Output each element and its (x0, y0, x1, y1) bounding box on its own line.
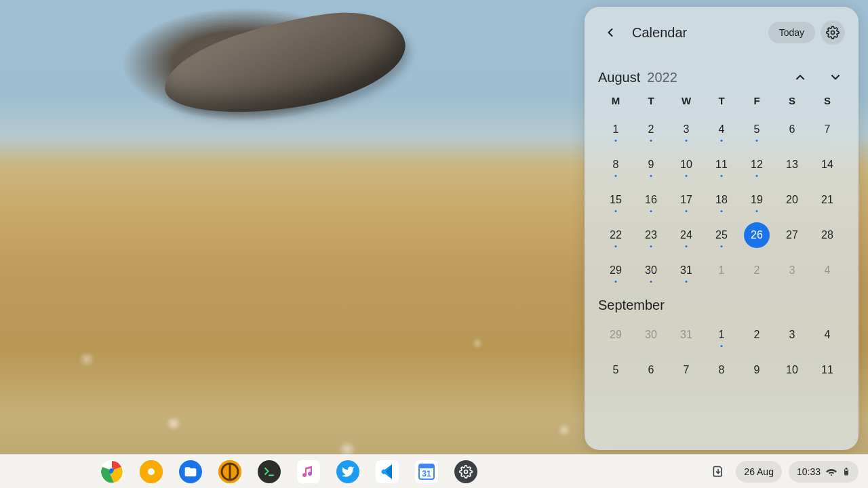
calendar-day[interactable]: 20 (774, 182, 810, 218)
calendar-day[interactable]: 2 (739, 253, 774, 288)
app-chrome[interactable] (100, 460, 123, 483)
day-number: 8 (719, 364, 725, 376)
downloads-tray-button[interactable] (707, 461, 729, 483)
settings-button[interactable] (821, 20, 845, 45)
app-music[interactable] (297, 460, 320, 483)
svg-point-17 (465, 470, 468, 473)
day-number: 17 (680, 194, 692, 206)
tray-date-label: 26 Aug (744, 466, 774, 477)
app-vscode[interactable] (376, 460, 399, 483)
calendar-day[interactable]: 1 (704, 253, 739, 288)
calendar-day[interactable]: 30 (633, 253, 669, 288)
calendar-day[interactable]: 13 (774, 147, 810, 182)
calendar-day[interactable]: 24 (669, 218, 704, 253)
app-google-calendar[interactable]: 31 (415, 460, 438, 483)
calendar-day[interactable]: 31 (669, 253, 704, 288)
shelf-tray: 26 Aug 10:33 (707, 461, 859, 483)
calendar-day[interactable]: 26 (739, 218, 774, 253)
calendar-day[interactable]: 2 (739, 317, 774, 352)
weekday-header: S (774, 95, 810, 106)
day-number: 6 (648, 364, 654, 376)
calendar-day[interactable]: 3 (669, 112, 704, 147)
calendar-day[interactable]: 31 (669, 317, 704, 352)
weekday-header: T (704, 95, 739, 106)
event-dot (721, 175, 723, 177)
calendar-day[interactable]: 6 (774, 112, 810, 147)
settings-icon (459, 465, 473, 479)
calendar-day[interactable]: 2 (633, 112, 669, 147)
calendar-day[interactable]: 16 (633, 182, 669, 218)
calendar-day[interactable]: 27 (774, 218, 810, 253)
shelf-apps: 31 (100, 460, 477, 483)
calendar-day[interactable]: 21 (810, 182, 845, 218)
calendar-day[interactable]: 10 (669, 147, 704, 182)
day-number: 7 (825, 123, 831, 136)
day-number: 28 (821, 229, 833, 241)
calendar-day[interactable]: 25 (704, 218, 739, 253)
back-button[interactable] (598, 20, 623, 45)
month-year: 2022 (647, 70, 677, 85)
calendar-day[interactable]: 7 (669, 352, 704, 388)
day-number: 13 (786, 159, 798, 171)
chevron-down-icon (829, 70, 842, 84)
calendar-day[interactable]: 4 (704, 112, 739, 147)
calendar-day[interactable]: 1 (704, 317, 739, 352)
calendar-day[interactable]: 10 (774, 352, 810, 388)
today-button[interactable]: Today (768, 22, 815, 43)
status-area-button[interactable]: 10:33 (789, 461, 859, 483)
tray-date-button[interactable]: 26 Aug (736, 461, 782, 483)
day-number: 31 (680, 264, 692, 277)
next-month-button[interactable] (826, 68, 845, 87)
calendar-day[interactable]: 17 (669, 182, 704, 218)
calendar-day[interactable]: 19 (739, 182, 774, 218)
calendar-day[interactable]: 30 (633, 317, 669, 352)
calendar-day[interactable]: 8 (704, 352, 739, 388)
day-number: 5 (754, 123, 760, 136)
calendar-day[interactable]: 29 (598, 253, 633, 288)
calc-app-icon (218, 460, 241, 483)
weekday-header-row: MTWTFSS (598, 95, 845, 106)
day-number: 11 (821, 364, 833, 376)
calendar-day[interactable]: 23 (633, 218, 669, 253)
app-calc-app[interactable] (218, 460, 241, 483)
calendar-day[interactable]: 9 (739, 352, 774, 388)
calendar-day[interactable]: 5 (598, 352, 633, 388)
event-dot (721, 140, 723, 142)
calendar-day[interactable]: 12 (739, 147, 774, 182)
day-number: 21 (821, 194, 833, 206)
calendar-day[interactable]: 1 (598, 112, 633, 147)
calendar-day[interactable]: 7 (810, 112, 845, 147)
calendar-day[interactable]: 5 (739, 112, 774, 147)
app-settings[interactable] (454, 460, 477, 483)
calendar-day[interactable]: 11 (810, 352, 845, 388)
calendar-day[interactable]: 6 (633, 352, 669, 388)
day-number: 12 (751, 159, 763, 171)
calendar-day[interactable]: 29 (598, 317, 633, 352)
day-number: 27 (786, 229, 798, 241)
calendar-day[interactable]: 22 (598, 218, 633, 253)
calendar-day[interactable]: 9 (633, 147, 669, 182)
app-files[interactable] (179, 460, 202, 483)
day-number: 4 (825, 264, 831, 277)
svg-text:31: 31 (422, 469, 431, 479)
calendar-day[interactable]: 4 (810, 317, 845, 352)
calendar-day[interactable]: 18 (704, 182, 739, 218)
app-twitter[interactable] (336, 460, 359, 483)
calendar-day[interactable]: 11 (704, 147, 739, 182)
prev-month-button[interactable] (791, 68, 810, 87)
app-terminal[interactable] (258, 460, 281, 483)
calendar-day[interactable]: 14 (810, 147, 845, 182)
calendar-day[interactable]: 28 (810, 218, 845, 253)
event-dot (650, 245, 652, 247)
calendar-day[interactable]: 3 (774, 317, 810, 352)
calendar-day[interactable]: 4 (810, 253, 845, 288)
gear-icon (826, 26, 840, 39)
calendar-day[interactable]: 8 (598, 147, 633, 182)
vscode-icon (376, 460, 399, 483)
day-number: 24 (680, 229, 692, 241)
calendar-day[interactable]: 3 (774, 253, 810, 288)
day-number: 1 (719, 329, 725, 341)
app-chrome-canary[interactable] (140, 460, 163, 483)
calendar-day[interactable]: 15 (598, 182, 633, 218)
day-number: 6 (789, 123, 795, 136)
